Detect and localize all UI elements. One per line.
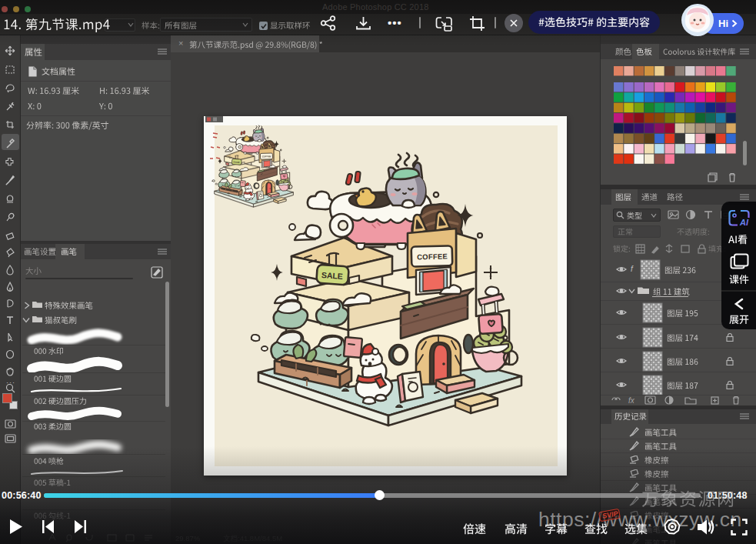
svg-text:fx: fx	[628, 396, 635, 405]
svg-text:AI: AI	[739, 218, 749, 227]
